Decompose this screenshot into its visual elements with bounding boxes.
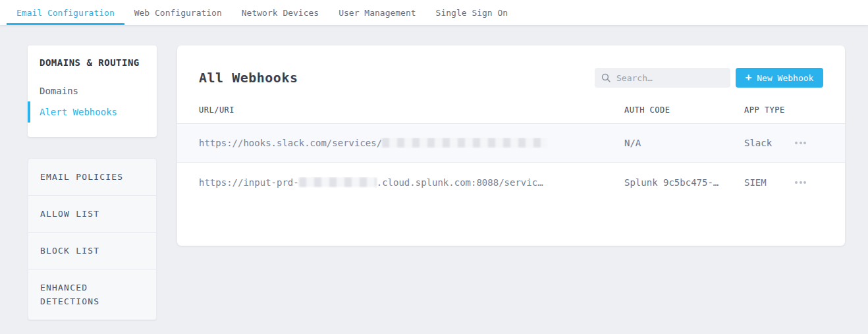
sidebar-item-allow-list[interactable]: ALLOW LIST xyxy=(28,195,156,232)
top-navigation: Email Configuration Web Configuration Ne… xyxy=(0,0,868,25)
table-row-slack-webhook: https://hooks.slack.com/services/ N/A Sl… xyxy=(177,124,845,163)
cell-url: https://input-prd-.cloud.splunk.com:8088… xyxy=(199,177,624,188)
plus-icon: + xyxy=(746,72,752,83)
new-webhook-button[interactable]: + New Webhook xyxy=(736,68,823,88)
page-title: All Webhooks xyxy=(199,70,595,86)
sidebar-item-enhanced-detections[interactable]: ENHANCED DETECTIONS xyxy=(28,269,156,320)
sidebar-item-block-list[interactable]: BLOCK LIST xyxy=(28,232,156,269)
tab-single-sign-on[interactable]: Single Sign On xyxy=(426,0,518,25)
redacted-url-segment xyxy=(299,177,377,187)
sidebar: DOMAINS & ROUTING Domains Alert Webhooks… xyxy=(28,45,157,320)
tab-web-configuration[interactable]: Web Configuration xyxy=(124,0,232,25)
column-header-app-type: APP TYPE xyxy=(744,105,794,115)
panel-header: All Webhooks + New Webhook xyxy=(199,45,823,88)
column-header-auth-code: AUTH CODE xyxy=(624,105,744,115)
cell-app-type: SIEM xyxy=(744,177,794,188)
cell-auth-code: Splunk 9c5bc475-… xyxy=(624,177,744,188)
cell-url: https://hooks.slack.com/services/ xyxy=(199,138,624,148)
row-actions-menu-icon[interactable] xyxy=(794,177,807,188)
tab-email-configuration[interactable]: Email Configuration xyxy=(7,0,124,25)
cell-app-type: Slack xyxy=(744,138,794,148)
sidebar-item-email-policies[interactable]: EMAIL POLICIES xyxy=(28,159,156,195)
table-row-splunk-webhook: https://input-prd-.cloud.splunk.com:8088… xyxy=(177,163,845,202)
webhooks-panel: All Webhooks + New Webhook URL/URI AUTH … xyxy=(177,45,845,246)
sidebar-item-domains[interactable]: Domains xyxy=(40,80,145,101)
column-header-url: URL/URI xyxy=(199,105,624,115)
url-text: https://input-prd- xyxy=(199,177,299,188)
table-header-row: URL/URI AUTH CODE APP TYPE xyxy=(177,105,845,124)
tab-user-management[interactable]: User Management xyxy=(329,0,425,25)
domains-routing-card: DOMAINS & ROUTING Domains Alert Webhooks xyxy=(28,45,157,137)
search-input[interactable] xyxy=(616,73,724,83)
url-text-suffix: .cloud.splunk.com:8088/servic… xyxy=(377,177,543,188)
page-content: DOMAINS & ROUTING Domains Alert Webhooks… xyxy=(0,25,868,320)
row-actions-menu-icon[interactable] xyxy=(794,138,807,148)
search-icon xyxy=(601,73,610,82)
url-text: https://hooks.slack.com/services/ xyxy=(199,138,382,148)
redacted-url-segment xyxy=(382,138,547,148)
domains-routing-heading: DOMAINS & ROUTING xyxy=(40,57,145,68)
sidebar-sections-card: EMAIL POLICIES ALLOW LIST BLOCK LIST ENH… xyxy=(28,158,157,320)
active-indicator-bar xyxy=(28,101,30,123)
tab-network-devices[interactable]: Network Devices xyxy=(232,0,329,25)
sidebar-item-alert-webhooks[interactable]: Alert Webhooks xyxy=(40,101,145,123)
new-webhook-label: New Webhook xyxy=(757,73,813,83)
table-body: https://hooks.slack.com/services/ N/A Sl… xyxy=(177,124,845,202)
search-box xyxy=(595,68,730,88)
cell-auth-code: N/A xyxy=(624,138,744,148)
sidebar-item-label: Alert Webhooks xyxy=(40,107,117,117)
